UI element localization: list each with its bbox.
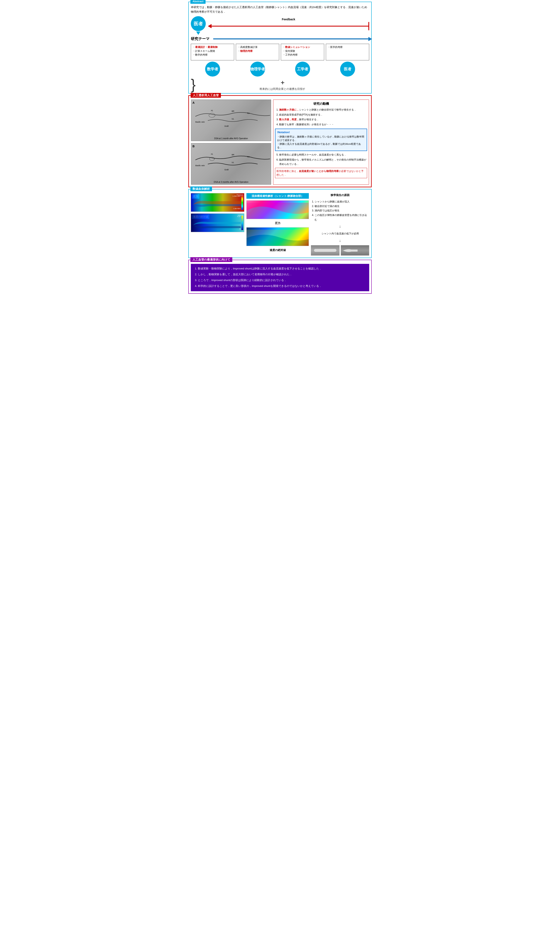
svg-text:RA: RA bbox=[247, 156, 250, 158]
middle-velocity-label: 速度の絶対値 bbox=[246, 248, 309, 253]
numerical-inner: 圧力 1.23e+004 -1.8e+003 Pressure 速度の絶対値 bbox=[191, 193, 369, 255]
numerical-left: 圧力 1.23e+004 -1.8e+003 Pressure 速度の絶対値 bbox=[191, 193, 244, 255]
motivation-item-3: 数カ月後，再度，狭窄が発生する． bbox=[279, 117, 367, 122]
svg-text:UL: UL bbox=[232, 118, 234, 120]
dsa-a-box: Basilic vein BR UL RA Graft #1 A DSA at … bbox=[191, 100, 271, 141]
math-bubble: 数学者 bbox=[205, 62, 220, 76]
dsa-a-caption: DSA at 1 month after AVG Operation bbox=[191, 137, 271, 140]
shunt-img-2 bbox=[341, 245, 369, 255]
hemodialysis-inner: Basilic vein BR UL RA Graft #1 A DSA at … bbox=[191, 100, 369, 185]
optimal-section: 人工血管の最適形状に向けて 数値実験・動物実験により，Improved shun… bbox=[188, 260, 372, 294]
physics-item-1: 高精度数値計算 bbox=[238, 45, 277, 49]
dsa-b-svg: Basilic vein BR UL RA Graft #1 bbox=[191, 143, 271, 184]
dsa-a-content: Basilic vein BR UL RA Graft #1 bbox=[191, 100, 271, 141]
physics-bubble: 物理学者 bbox=[250, 62, 265, 76]
math-item-3: 数学的考察 bbox=[193, 53, 232, 57]
velocity-unit-label: Velocity bbox=[237, 214, 243, 217]
middle-velocity-box bbox=[246, 227, 309, 246]
middle-velocity-img bbox=[247, 228, 309, 246]
medicine-bubble: 医者 bbox=[340, 62, 355, 76]
stenosis-item-2: 吻合部付近で渦の発生 bbox=[315, 204, 369, 209]
math-box: 最適設計・最適制御 計算スキーム開発 数学的考察 bbox=[191, 44, 234, 60]
eng-item-2: 室内実験 bbox=[283, 49, 322, 53]
motivation-list-2: 狭窄発生に必要な時間スケールや，血流速度が全く異なる． 臨床医療現場から，狭窄発… bbox=[275, 153, 367, 167]
motivation-list: 施術数ヶ月後に，シャントと静脈との吻合部付近で狭窄が発生する． 経皮的血管形成手… bbox=[275, 108, 367, 127]
stenosis-item-4: この低圧が弾性体の静脈血管壁を内側に引き込む bbox=[315, 213, 369, 222]
numerical-section: 数値血体解析 圧力 1.23e+004 -1.8e+003 Pressure bbox=[188, 189, 372, 258]
stenosis-down-arrow: ↓ bbox=[311, 223, 369, 229]
numerical-label: 数値血体解析 bbox=[190, 187, 212, 191]
velocity-svg bbox=[191, 214, 244, 232]
stenosis-arrow-text: シャント内で血流速の低下が必用 bbox=[311, 232, 369, 236]
optimal-item-4: 科学的に設計することで，更に良い形状の，Improved shuntを開発できる… bbox=[198, 283, 366, 289]
motivation-title: 研究の動機 bbox=[275, 102, 367, 106]
math-col: 最適設計・最適制御 計算スキーム開発 数学的考察 数学者 bbox=[191, 44, 234, 76]
hemodialysis-label: 人工透析用人工血管 bbox=[191, 93, 221, 98]
math-item-2: 計算スキーム開発 bbox=[193, 49, 232, 53]
svg-text:Graft: Graft bbox=[225, 125, 229, 127]
notation-list: 静脈の狭窄は，施術数ヶ月後に発生しているが，動脈における狭窄は数年間かけて成長す… bbox=[277, 135, 365, 149]
dsa-b-content: Basilic vein BR UL RA Graft #1 bbox=[191, 143, 271, 184]
physics-item-2: 物理的考察 bbox=[240, 50, 253, 52]
motivation-footer: 医学的考察に加え，血流速度が速いことから物理的考察が必要ではないかと予想した． bbox=[275, 168, 367, 178]
middle-title: 流体構造連性解析（シャント-静脈吻合部） bbox=[246, 193, 309, 199]
specialty-columns: 最適設計・最適制御 計算スキーム開発 数学的考察 数学者 高精度数値計算 物理的… bbox=[191, 44, 369, 76]
optimal-item-3: ところで，Improved shuntの形状は医師により経験的に設計されている． bbox=[198, 278, 366, 283]
optimal-item-1: 数値実験・動物実験により，Improved shuntは静脈に流入する血流速度を… bbox=[198, 266, 366, 271]
svg-text:#1: #1 bbox=[211, 153, 213, 155]
physics-col: 高精度数値計算 物理的考察 物理学者 bbox=[236, 44, 279, 76]
red-line bbox=[212, 26, 368, 27]
left-brace: } bbox=[191, 80, 196, 90]
middle-pressure-svg bbox=[247, 201, 309, 219]
red-arrow-left bbox=[208, 24, 212, 28]
motivation-box: 研究の動機 施術数ヶ月後に，シャントと静脈との吻合部付近で狭窄が発生する． 経皮… bbox=[273, 100, 369, 185]
shunt-tube-1 bbox=[314, 249, 337, 252]
medicine-box: 医学的考察 bbox=[326, 44, 369, 60]
svg-text:BR: BR bbox=[232, 110, 234, 112]
optimal-item-2: しかし，動物実験を通して，急拡大部において老廃物等の付着が確認された． bbox=[198, 272, 366, 277]
numerical-middle: 流体構造連性解析（シャント-静脈吻合部） 圧力 bbox=[246, 193, 309, 255]
med-item-1: 医学的考察 bbox=[328, 45, 367, 49]
pressure-colorbar bbox=[241, 195, 243, 210]
velocity-box: 速度の絶対値 0.22 0 Velocity bbox=[191, 213, 244, 232]
math-item-1: 最適設計・最適制御 bbox=[195, 46, 218, 48]
stenosis-down-arrow-2: ↓ bbox=[311, 238, 369, 243]
theme-label: 研究テーマ bbox=[191, 36, 209, 42]
middle-pressure-img bbox=[247, 201, 309, 219]
optimal-content: 数値実験・動物実験により，Improved shuntは静脈に流入する血流速度を… bbox=[191, 264, 369, 291]
collaboration-text: 将来的には民間企業との連携を目指す bbox=[260, 87, 305, 91]
svg-text:Graft: Graft bbox=[225, 169, 229, 171]
pressure-unit-label: Pressure bbox=[237, 194, 243, 196]
medicine-col: 医学的考察 医者 bbox=[326, 44, 369, 76]
theme-arrow bbox=[213, 38, 369, 40]
dsa-a-letter: A bbox=[193, 100, 194, 105]
middle-pressure-box bbox=[246, 201, 309, 219]
engineering-box: 数値シミュレーション 室内実験 工学的考察 bbox=[281, 44, 324, 60]
eng-bubble: 工学者 bbox=[295, 62, 310, 76]
svg-text:#1: #1 bbox=[211, 109, 213, 112]
stenosis-list: シャントから静脈に血液が流入 吻合部付近で渦の発生 渦内部では低圧が発生 この低… bbox=[311, 199, 369, 222]
velocity-colorbar bbox=[241, 216, 243, 230]
cfd-velocity-img bbox=[191, 214, 244, 232]
motivation-item-5: 狭窄発生に必要な時間スケールや，血流速度が全く異なる． bbox=[279, 153, 367, 157]
dsa-a-svg: Basilic vein BR UL RA Graft #1 bbox=[191, 100, 271, 141]
svg-text:Basilic vein: Basilic vein bbox=[195, 121, 205, 123]
pressure-box: 圧力 1.23e+004 -1.8e+003 Pressure bbox=[191, 193, 244, 212]
svg-text:BR: BR bbox=[232, 154, 234, 156]
eng-item-3: 工学的考察 bbox=[283, 53, 322, 57]
svg-text:RA: RA bbox=[247, 112, 250, 114]
optimal-label: 人工血管の最適形状に向けて bbox=[190, 257, 232, 262]
svg-text:UL: UL bbox=[232, 161, 234, 163]
eng-item-1: 数値シミュレーション bbox=[285, 46, 310, 48]
down-arrow-isha bbox=[196, 32, 200, 35]
stenosis-item-1: シャントから静脈に血液が流入 bbox=[315, 199, 369, 204]
engineering-col: 数値シミュレーション 室内実験 工学的考察 工学者 bbox=[281, 44, 324, 76]
red-line-vertical-right bbox=[368, 22, 369, 30]
dsa-b-caption: DSA at 3 months after AVG Operation bbox=[191, 181, 271, 184]
hemodialysis-section: 人工透析用人工血管 Basilic vein BR UL RA bbox=[188, 95, 372, 187]
theme-arrow-head bbox=[368, 37, 372, 41]
middle-velocity-svg bbox=[247, 228, 309, 246]
dsa-b-box: Basilic vein BR UL RA Graft #1 B DSA at … bbox=[191, 143, 271, 185]
notation-title: !Notation! bbox=[277, 130, 365, 134]
stenosis-title: 狭窄発生の原因 bbox=[311, 193, 369, 197]
